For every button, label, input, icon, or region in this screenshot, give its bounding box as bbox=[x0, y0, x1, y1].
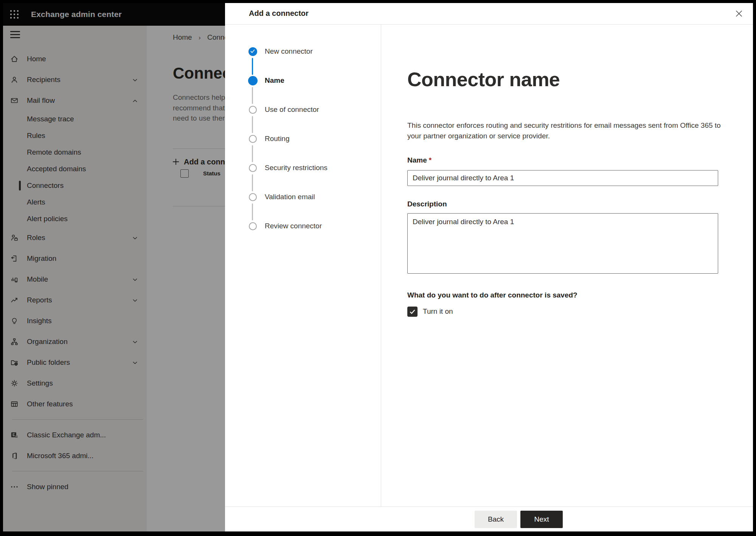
step-connector-line bbox=[252, 116, 253, 133]
wizard-step-label: Security restrictions bbox=[265, 164, 328, 172]
step-completed-icon bbox=[248, 47, 257, 56]
turn-it-on-checkbox[interactable] bbox=[407, 307, 418, 317]
wizard-step-label: Use of connector bbox=[265, 105, 319, 114]
required-marker: * bbox=[429, 156, 432, 164]
wizard-steps: New connectorNameUse of connectorRouting… bbox=[225, 25, 381, 507]
step-connector-line bbox=[252, 87, 253, 104]
step-connector-line bbox=[252, 174, 253, 191]
step-upcoming-icon bbox=[249, 106, 257, 114]
wizard-step-label: Review connector bbox=[265, 222, 322, 230]
add-connector-dialog: Add a connector New connectorNameUse of … bbox=[225, 3, 753, 531]
step-upcoming-icon bbox=[249, 193, 257, 201]
step-current-icon bbox=[248, 76, 258, 85]
close-icon[interactable] bbox=[733, 7, 745, 20]
step-heading: Connector name bbox=[407, 68, 560, 91]
description-label: Description bbox=[407, 200, 447, 208]
step-upcoming-icon bbox=[249, 135, 257, 143]
name-field[interactable] bbox=[407, 170, 718, 186]
step-upcoming-icon bbox=[249, 222, 257, 230]
step-description: This connector enforces routing and secu… bbox=[407, 120, 730, 141]
turn-it-on-label: Turn it on bbox=[423, 307, 453, 316]
name-label: Name* bbox=[407, 156, 432, 164]
step-connector-line bbox=[252, 203, 253, 220]
description-field[interactable]: Deliver journal directly to Area 1 bbox=[407, 213, 718, 274]
wizard-step-label: Name bbox=[265, 76, 284, 85]
wizard-step-label: New connector bbox=[265, 47, 313, 56]
wizard-step-label: Validation email bbox=[265, 193, 315, 201]
next-button[interactable]: Next bbox=[520, 511, 563, 528]
back-button[interactable]: Back bbox=[475, 511, 517, 528]
step-connector-line bbox=[252, 145, 253, 162]
dialog-title: Add a connector bbox=[249, 9, 309, 18]
dialog-header: Add a connector bbox=[225, 3, 753, 25]
turn-it-on-row: Turn it on bbox=[407, 306, 453, 317]
dialog-footer: Back Next bbox=[225, 507, 753, 531]
step-upcoming-icon bbox=[249, 164, 257, 172]
after-save-question: What do you want to do after connector i… bbox=[407, 291, 577, 299]
app-window: Exchange admin center HomeRecipientsMail… bbox=[3, 3, 753, 531]
wizard-step-label: Routing bbox=[265, 135, 290, 143]
step-connector-line bbox=[252, 58, 253, 75]
